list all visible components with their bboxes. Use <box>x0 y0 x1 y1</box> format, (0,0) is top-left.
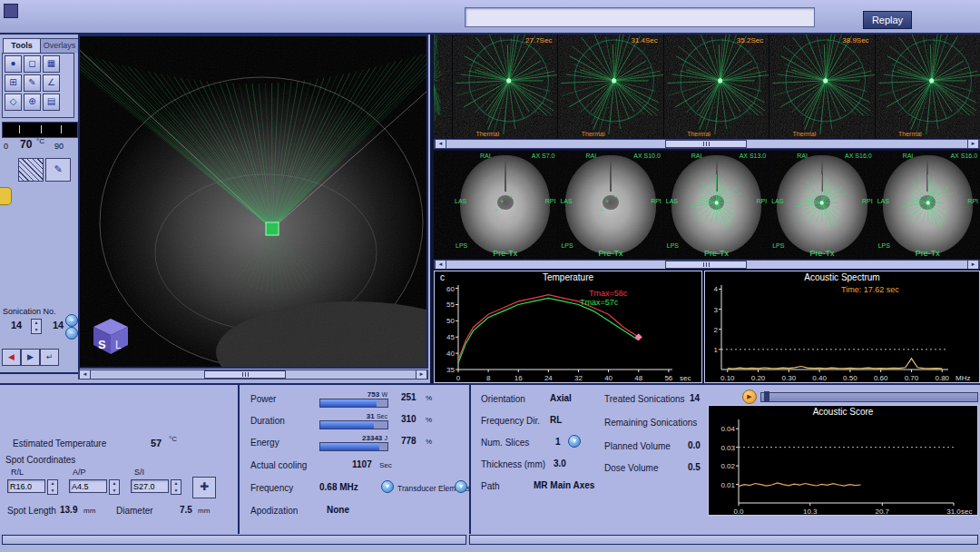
spot-length-unit: mm <box>83 507 95 515</box>
rl-coordinate-field[interactable] <box>7 479 45 493</box>
mri-pane[interactable]: RAIAX S16.0LASRPILPSPre-Tx <box>876 151 980 259</box>
draw-tool-button[interactable]: ✎ <box>45 158 71 182</box>
thermal-pane[interactable]: 35.2SecThermal <box>664 34 769 138</box>
temperature-colorbar <box>2 122 78 138</box>
score-play-button[interactable]: ▶ <box>742 389 757 404</box>
mri-pane[interactable]: RAIAX S16.0LASRPILPSPre-Tx <box>769 151 874 259</box>
svg-text:0.60: 0.60 <box>874 374 888 382</box>
thermal-scrollbar[interactable]: ◄ ► <box>434 139 980 149</box>
message-input[interactable] <box>465 7 815 27</box>
spot-coordinates-label: Spot Coordinates <box>5 455 75 465</box>
return-button[interactable]: ↵ <box>40 349 59 366</box>
mri-pane[interactable]: RAIAX S13.0LASRPILPSPre-Tx <box>664 151 769 259</box>
orientation-marker-rai: RAI <box>903 153 914 159</box>
transducer-elements-stepper[interactable]: ▾ <box>455 480 467 493</box>
replay-button[interactable]: Replay <box>863 11 912 29</box>
ap-stepper[interactable]: ▲▼ <box>109 479 120 495</box>
si-stepper[interactable]: ▲▼ <box>171 479 181 495</box>
slider-thumb[interactable] <box>764 391 769 402</box>
tool-button-4[interactable]: ⊞ <box>5 74 22 92</box>
tool-button-9[interactable]: ▤ <box>43 94 60 111</box>
apodization-label: Apodization <box>250 506 298 516</box>
orientation-marker-las: LAS <box>877 198 889 204</box>
duration-label: Duration <box>250 416 285 426</box>
num-slices-stepper[interactable]: ▾ <box>568 435 581 448</box>
thermal-pane[interactable]: 38.9SecThermal <box>769 34 874 138</box>
tool-button-2[interactable]: ◻ <box>24 55 41 73</box>
mri-slice-row: +++RAIAX S7.0LASRPILPSPre-Tx+++RAIAX S10… <box>434 151 980 259</box>
estimated-temperature-unit: °C <box>169 435 177 443</box>
svg-text:Time: 17.62 sec: Time: 17.62 sec <box>841 285 899 294</box>
pre-tx-label: Pre-Tx <box>493 249 517 258</box>
step-back-button[interactable]: ◀ <box>2 349 21 366</box>
scroll-right-icon[interactable]: ► <box>967 261 979 269</box>
bottom-right-scrollbar[interactable] <box>469 535 978 545</box>
svg-text:45: 45 <box>446 333 455 341</box>
rl-stepper[interactable]: ▲▼ <box>47 479 58 495</box>
svg-text:+: + <box>600 206 603 214</box>
svg-text:3: 3 <box>714 306 719 314</box>
bookmark-tag[interactable] <box>0 187 12 205</box>
svg-text:0.80: 0.80 <box>935 374 949 382</box>
orientation-marker-rpi: RPI <box>545 198 556 204</box>
tool-button-7[interactable]: ◇ <box>5 94 22 111</box>
scroll-left-icon[interactable]: ◄ <box>79 370 91 379</box>
mri-pane[interactable]: +++RAIAX S10.0LASRPILPSPre-Tx <box>558 151 662 259</box>
si-coordinate-field[interactable] <box>131 479 169 493</box>
frequency-dir-value: RL <box>550 415 562 425</box>
orientation-marker-las: LAS <box>455 198 466 204</box>
app-icon[interactable] <box>4 4 18 18</box>
svg-text:10.3: 10.3 <box>803 508 818 515</box>
3d-view-scrollbar[interactable]: ◄ ► <box>78 370 428 380</box>
ap-axis-label: A/P <box>73 468 86 477</box>
scroll-left-icon[interactable]: ◄ <box>435 140 446 148</box>
frequency-stepper[interactable]: ▾ <box>381 480 394 493</box>
scroll-right-icon[interactable]: ► <box>967 140 979 148</box>
mri-pane[interactable] <box>434 151 452 259</box>
scroll-left-icon[interactable]: ◄ <box>435 261 446 269</box>
svg-text:MHz: MHz <box>956 374 970 382</box>
hatch-tool-button[interactable] <box>18 158 44 182</box>
svg-text:+: + <box>605 198 610 206</box>
tab-tools[interactable]: Tools <box>3 38 41 53</box>
sonication-no-label: Sonication No. <box>3 307 56 316</box>
thermal-pane[interactable]: 31.4SecThermal <box>558 34 662 138</box>
thermal-pane[interactable] <box>434 34 452 138</box>
svg-text:Temperature: Temperature <box>543 272 594 282</box>
thermal-pane[interactable]: Thermal <box>876 34 980 138</box>
score-timeline-slider[interactable] <box>760 392 978 402</box>
bottom-left-scrollbar[interactable] <box>2 535 466 545</box>
svg-text:sec: sec <box>961 508 972 515</box>
spot-length-label: Spot Length <box>7 506 56 516</box>
thermal-label: Thermal <box>475 131 499 137</box>
scroll-right-icon[interactable]: ► <box>416 370 427 379</box>
svg-text:Acoustic Score: Acoustic Score <box>813 407 874 417</box>
svg-text:0.70: 0.70 <box>905 374 919 382</box>
tool-button-5[interactable]: ✎ <box>24 74 41 92</box>
tool-button-8[interactable]: ⊕ <box>24 94 41 111</box>
sonication-minus-button[interactable]: − <box>65 327 78 340</box>
sonication-plus-button[interactable]: + <box>65 314 78 327</box>
vendor-logo: S L <box>91 316 131 360</box>
estimated-temperature-value: 57 <box>151 438 162 448</box>
orientation-marker-lps: LPS <box>878 242 890 249</box>
apodization-value: None <box>327 505 349 515</box>
svg-text:35: 35 <box>446 366 455 374</box>
tool-button-3[interactable]: ▦ <box>43 55 60 73</box>
thickness-value: 3.0 <box>554 458 566 468</box>
sonication-stepper[interactable]: ▲▼ <box>31 319 42 334</box>
tab-overlays[interactable]: Overlays <box>40 38 79 53</box>
power-label: Power <box>250 394 276 404</box>
slice-position-label: AX S16.0 <box>845 153 872 159</box>
play-button[interactable]: ▶ <box>21 349 40 366</box>
tool-button-1[interactable]: ● <box>5 55 22 73</box>
tool-button-6[interactable]: ∠ <box>43 74 60 92</box>
mri-pane[interactable]: +++RAIAX S7.0LASRPILPSPre-Tx <box>453 151 557 259</box>
ap-coordinate-field[interactable] <box>69 479 107 493</box>
move-spot-button[interactable]: ✚ <box>192 477 216 498</box>
svg-text:8: 8 <box>486 374 491 382</box>
thermal-pane[interactable]: 27.7SecThermal <box>453 34 557 138</box>
3d-beam-view[interactable]: S L <box>78 34 428 369</box>
power-bar: 753 W <box>319 399 388 408</box>
percent-sign: % <box>426 394 432 402</box>
